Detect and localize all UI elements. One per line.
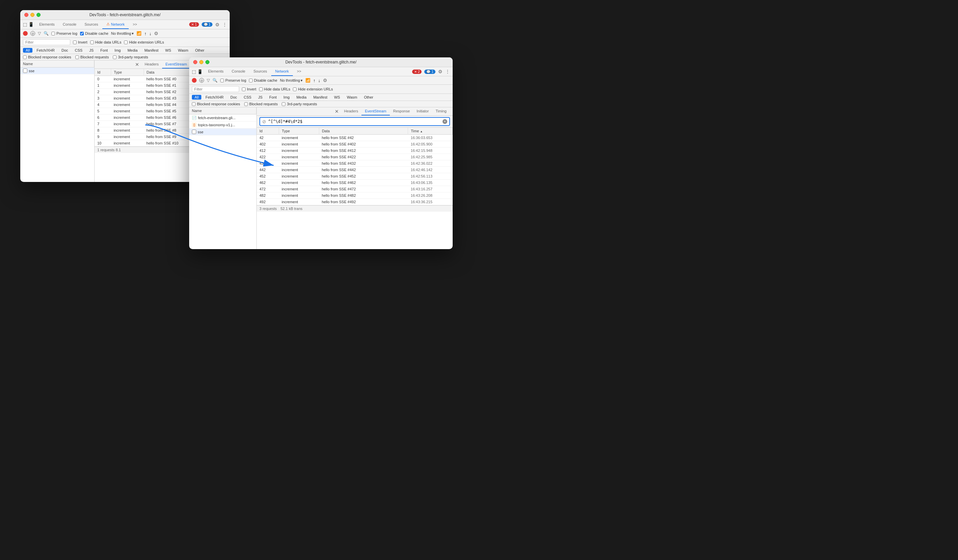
filter-doc-1[interactable]: Doc (59, 48, 71, 53)
table-row[interactable]: 412 increment hello from SSE #412 16:42:… (257, 147, 453, 154)
filter-manifest-1[interactable]: Manifest (141, 48, 161, 53)
json-request-row-2[interactable]: {} topics-taxonomy-v1.j... (189, 122, 256, 129)
filter-manifest-2[interactable]: Manifest (311, 95, 330, 100)
hide-ext-label-2[interactable]: Hide extension URLs (293, 87, 333, 91)
panel-close-2[interactable]: ✕ (333, 108, 341, 115)
panel-tab-response-2[interactable]: Response (390, 108, 414, 115)
tab-console-2[interactable]: Console (228, 67, 249, 76)
filter-all-2[interactable]: All (192, 95, 201, 100)
blocked-cookies-label-2[interactable]: Blocked response cookies (192, 102, 240, 106)
invert-label-1[interactable]: Invert (73, 40, 87, 44)
clear-button-2[interactable]: ⊘ (199, 78, 204, 83)
close-button-2[interactable] (193, 60, 197, 64)
hide-ext-label-1[interactable]: Hide extension URLs (124, 40, 164, 44)
filter-icon-2[interactable]: ▽ (207, 78, 210, 83)
filter-media-1[interactable]: Media (125, 48, 140, 53)
close-button-1[interactable] (24, 13, 29, 17)
tab-console-1[interactable]: Console (59, 20, 80, 29)
filter-other-2[interactable]: Other (361, 95, 376, 100)
panel-tab-initiator-2[interactable]: Initiator (413, 108, 432, 115)
throttling-button-2[interactable]: No throttling ▾ (280, 78, 303, 83)
disable-cache-label-1[interactable]: Disable cache (80, 32, 108, 35)
settings-icon-2[interactable]: ⚙ (438, 69, 443, 74)
device-icon-1[interactable]: 📱 (29, 22, 34, 27)
download-icon-2[interactable]: ↓ (318, 78, 320, 83)
blocked-cookies-checkbox-1[interactable] (23, 55, 27, 59)
upload-icon-2[interactable]: ↑ (313, 78, 316, 83)
filter-font-1[interactable]: Font (98, 48, 111, 53)
blocked-cookies-label-1[interactable]: Blocked response cookies (23, 55, 71, 59)
network-settings-icon-1[interactable]: ⚙ (154, 31, 159, 36)
filter-ws-1[interactable]: WS (162, 48, 174, 53)
sse-select-checkbox-2[interactable] (192, 130, 196, 134)
disable-cache-checkbox-1[interactable] (80, 32, 84, 35)
third-party-label-2[interactable]: 3rd-party requests (282, 102, 317, 106)
preserve-log-checkbox-1[interactable] (51, 32, 55, 35)
clear-button-1[interactable]: ⊘ (30, 31, 35, 36)
record-button-2[interactable] (192, 78, 197, 83)
table-row[interactable]: 432 increment hello from SSE #432 16:42:… (257, 160, 453, 167)
sse-request-row-2[interactable]: sse (189, 129, 256, 135)
table-row[interactable]: 422 increment hello from SSE #422 16:42:… (257, 154, 453, 160)
filter-wasm-1[interactable]: Wasm (175, 48, 191, 53)
panel-tab-timing-2[interactable]: Timing (432, 108, 450, 115)
download-icon-1[interactable]: ↓ (149, 31, 152, 36)
invert-checkbox-2[interactable] (242, 87, 246, 91)
filter-fetchxhr-1[interactable]: Fetch/XHR (34, 48, 57, 53)
filter-input-1[interactable] (23, 39, 70, 45)
hide-ext-checkbox-1[interactable] (124, 41, 128, 44)
hide-data-label-2[interactable]: Hide data URLs (259, 87, 290, 91)
tab-sources-2[interactable]: Sources (249, 67, 271, 76)
filter-input-2[interactable] (192, 86, 239, 92)
inspector-icon-2[interactable]: ⬚ (192, 69, 196, 74)
maximize-button-2[interactable] (205, 60, 209, 64)
settings-icon-1[interactable]: ⚙ (215, 22, 220, 27)
filter-font-2[interactable]: Font (266, 95, 279, 100)
minimize-button-2[interactable] (199, 60, 203, 64)
preserve-log-label-2[interactable]: Preserve log (220, 78, 246, 82)
table-row[interactable]: 402 increment hello from SSE #402 16:42:… (257, 141, 453, 147)
filter-css-2[interactable]: CSS (241, 95, 254, 100)
throttling-button-1[interactable]: No throttling ▾ (111, 32, 134, 36)
inspector-icon-1[interactable]: ⬚ (23, 22, 27, 27)
hide-ext-checkbox-2[interactable] (293, 87, 297, 91)
tab-elements-2[interactable]: Elements (204, 67, 228, 76)
table-row[interactable]: 482 increment hello from SSE #482 16:43:… (257, 192, 453, 199)
search-icon-1[interactable]: 🔍 (44, 31, 49, 36)
filter-media-2[interactable]: Media (293, 95, 309, 100)
more-icon-2[interactable]: ⋮ (445, 69, 450, 74)
page-request-row-2[interactable]: 📄 fetch-eventstream.gli... (189, 114, 256, 122)
table-row[interactable]: 472 increment hello from SSE #472 16:43:… (257, 186, 453, 192)
third-party-checkbox-1[interactable] (113, 55, 117, 59)
filter-img-2[interactable]: Img (281, 95, 292, 100)
tab-more-1[interactable]: >> (129, 20, 141, 29)
network-settings-icon-2[interactable]: ⚙ (323, 78, 327, 83)
blocked-cookies-checkbox-2[interactable] (192, 102, 195, 106)
blocked-requests-checkbox-2[interactable] (244, 102, 248, 106)
filter-other-1[interactable]: Other (192, 48, 207, 53)
blocked-requests-label-1[interactable]: Blocked requests (75, 55, 109, 59)
panel-tab-headers-2[interactable]: Headers (341, 108, 362, 115)
table-row[interactable]: 452 increment hello from SSE #452 16:42:… (257, 173, 453, 180)
minimize-button-1[interactable] (30, 13, 35, 17)
hide-data-checkbox-2[interactable] (259, 87, 263, 91)
blocked-requests-label-2[interactable]: Blocked requests (244, 102, 278, 106)
device-icon-2[interactable]: 📱 (197, 69, 203, 74)
record-button-1[interactable] (23, 31, 28, 36)
third-party-checkbox-2[interactable] (282, 102, 285, 106)
filter-icon-1[interactable]: ▽ (38, 31, 41, 36)
search-icon-2[interactable]: 🔍 (213, 78, 217, 83)
panel-tab-eventstream-1[interactable]: EventStream (162, 60, 190, 68)
filter-doc-2[interactable]: Doc (228, 95, 240, 100)
blocked-requests-checkbox-1[interactable] (75, 55, 79, 59)
panel-tab-eventstream-2[interactable]: EventStream (362, 108, 390, 115)
invert-label-2[interactable]: Invert (242, 87, 256, 91)
third-party-label-1[interactable]: 3rd-party requests (113, 55, 148, 59)
regex-clear-button-2[interactable]: ✕ (443, 119, 447, 124)
filter-ws-2[interactable]: WS (331, 95, 343, 100)
table-row[interactable]: 442 increment hello from SSE #442 16:42:… (257, 167, 453, 173)
tab-network-2[interactable]: Network (271, 67, 293, 76)
filter-fetchxhr-2[interactable]: Fetch/XHR (203, 95, 226, 100)
upload-icon-1[interactable]: ↑ (144, 31, 147, 36)
sse-request-row-1[interactable]: sse (20, 68, 94, 74)
